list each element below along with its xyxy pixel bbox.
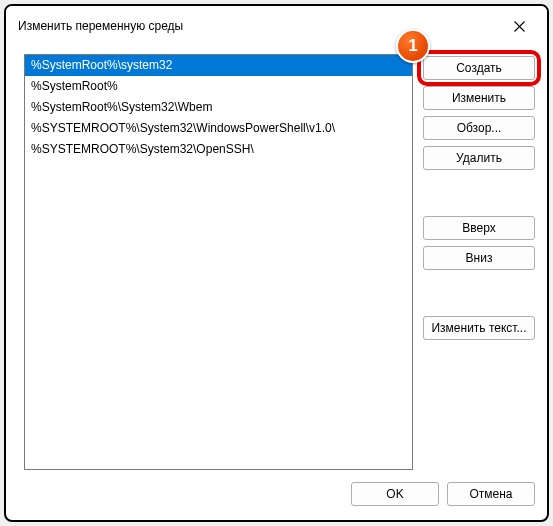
browse-button[interactable]: Обзор... (423, 116, 535, 140)
ok-button[interactable]: OK (351, 482, 439, 506)
edit-text-button[interactable]: Изменить текст... (423, 316, 535, 340)
list-item[interactable]: %SystemRoot% (25, 76, 412, 97)
list-item[interactable]: %SYSTEMROOT%\System32\OpenSSH\ (25, 139, 412, 160)
dialog-window: Изменить переменную среды %SystemRoot%\s… (4, 4, 549, 522)
button-label: Вверх (462, 221, 495, 235)
titlebar: Изменить переменную среды (6, 6, 547, 46)
edit-button[interactable]: Изменить (423, 86, 535, 110)
dialog-footer: OK Отмена (6, 470, 547, 520)
button-label: Изменить текст... (431, 321, 526, 335)
move-up-button[interactable]: Вверх (423, 216, 535, 240)
delete-button[interactable]: Удалить (423, 146, 535, 170)
step-marker: 1 (396, 29, 430, 63)
spacer (423, 276, 535, 310)
button-label: Отмена (469, 487, 512, 501)
button-label: Изменить (452, 91, 506, 105)
close-icon (514, 21, 525, 32)
button-label: Обзор... (457, 121, 502, 135)
content-area: %SystemRoot%\system32%SystemRoot%%System… (6, 46, 547, 470)
side-button-panel: Создать 1 Изменить Обзор... Удалить Ввер… (423, 54, 535, 470)
move-down-button[interactable]: Вниз (423, 246, 535, 270)
close-button[interactable] (501, 14, 537, 38)
marker-label: 1 (408, 36, 417, 56)
button-label: Вниз (466, 251, 493, 265)
button-label: OK (386, 487, 403, 501)
create-button[interactable]: Создать 1 (423, 56, 535, 80)
list-item[interactable]: %SystemRoot%\System32\Wbem (25, 97, 412, 118)
list-item[interactable]: %SystemRoot%\system32 (25, 55, 412, 76)
cancel-button[interactable]: Отмена (447, 482, 535, 506)
window-title: Изменить переменную среды (18, 19, 183, 33)
list-item[interactable]: %SYSTEMROOT%\System32\WindowsPowerShell\… (25, 118, 412, 139)
spacer (423, 176, 535, 210)
button-label: Удалить (456, 151, 502, 165)
path-listbox[interactable]: %SystemRoot%\system32%SystemRoot%%System… (24, 54, 413, 470)
button-label: Создать (456, 61, 502, 75)
